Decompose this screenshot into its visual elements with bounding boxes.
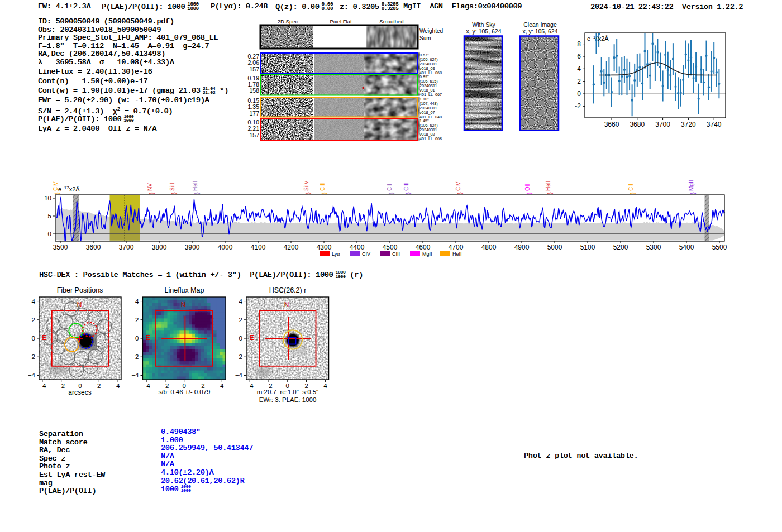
svg-text:10: 10 <box>44 195 51 202</box>
svg-text:2: 2 <box>201 382 204 389</box>
svg-text:SiIV: SiIV <box>303 180 309 191</box>
svg-text:CII: CII <box>387 184 393 191</box>
svg-text:E: E <box>146 334 150 342</box>
svg-text:−2: −2 <box>28 353 35 360</box>
svg-text:−2: −2 <box>265 382 272 389</box>
svg-text:3720: 3720 <box>681 121 696 128</box>
svg-text:0: 0 <box>48 231 51 237</box>
svg-text:−4: −4 <box>28 372 36 378</box>
svg-text:3900: 3900 <box>185 243 200 251</box>
svg-text:{: { <box>171 192 178 194</box>
svg-text:Lyα: Lyα <box>332 251 340 257</box>
svg-text:−4: −4 <box>39 382 46 389</box>
svg-text:OII: OII <box>524 184 531 191</box>
svg-text:0: 0 <box>182 382 185 389</box>
svg-text:{: { <box>389 192 395 194</box>
svg-text:E: E <box>42 334 46 342</box>
svg-text:{: { <box>194 192 201 194</box>
svg-text:N: N <box>77 301 82 309</box>
svg-text:CIV: CIV <box>362 251 370 257</box>
svg-text:4700: 4700 <box>449 243 464 251</box>
svg-text:4900: 4900 <box>514 243 530 251</box>
svg-text:e−17x2Å: e−17x2Å <box>58 185 80 193</box>
svg-text:CIII: CIII <box>403 182 409 191</box>
svg-text:MgII: MgII <box>688 180 694 191</box>
svg-text:4: 4 <box>323 382 327 389</box>
svg-text:−2: −2 <box>235 353 242 360</box>
svg-text:{: { <box>547 192 554 194</box>
svg-text:4: 4 <box>577 65 581 73</box>
svg-text:{: { <box>322 192 328 194</box>
svg-text:5: 5 <box>48 213 51 219</box>
svg-text:3680: 3680 <box>630 121 645 128</box>
svg-text:4: 4 <box>220 382 224 389</box>
svg-text:3800: 3800 <box>152 243 167 251</box>
svg-text:−4: −4 <box>246 382 254 389</box>
svg-text:5300: 5300 <box>646 243 661 251</box>
svg-text:−2: −2 <box>575 102 581 110</box>
svg-text:4400: 4400 <box>350 243 365 251</box>
svg-text:3660: 3660 <box>604 121 619 128</box>
svg-text:4: 4 <box>116 382 120 389</box>
svg-text:0: 0 <box>32 335 35 342</box>
svg-text:{: { <box>690 192 697 194</box>
svg-text:−4: −4 <box>143 382 151 389</box>
svg-text:5500: 5500 <box>712 243 727 251</box>
svg-text:{: { <box>55 192 61 194</box>
svg-text:N: N <box>181 301 186 309</box>
svg-text:4000: 4000 <box>218 243 233 251</box>
svg-text:CIV: CIV <box>455 181 461 191</box>
svg-text:{: { <box>457 192 464 194</box>
svg-text:MgII: MgII <box>422 251 432 257</box>
svg-text:5000: 5000 <box>547 243 562 251</box>
svg-text:CIII: CIII <box>392 251 400 257</box>
svg-text:HeII: HeII <box>545 181 551 191</box>
svg-text:−4: −4 <box>131 372 139 378</box>
svg-text:4: 4 <box>32 298 36 305</box>
svg-text:{: { <box>149 192 156 194</box>
svg-text:3700: 3700 <box>655 121 670 128</box>
svg-text:−2: −2 <box>131 353 139 360</box>
svg-text:5200: 5200 <box>613 243 628 251</box>
svg-text:2: 2 <box>304 382 308 389</box>
svg-text:5100: 5100 <box>580 243 595 251</box>
svg-text:SiII: SiII <box>169 183 175 191</box>
svg-text:4300: 4300 <box>317 243 332 251</box>
svg-text:CIII: CIII <box>320 182 326 191</box>
svg-text:HeII: HeII <box>452 251 462 257</box>
svg-text:4800: 4800 <box>481 243 497 251</box>
svg-text:4200: 4200 <box>284 243 299 251</box>
svg-text:e−17x2Å: e−17x2Å <box>587 35 609 42</box>
svg-text:CII: CII <box>628 184 634 191</box>
svg-text:8: 8 <box>577 40 581 48</box>
svg-text:4100: 4100 <box>251 243 266 251</box>
svg-text:{: { <box>306 192 312 194</box>
svg-text:2: 2 <box>97 382 101 389</box>
svg-text:E: E <box>250 334 254 342</box>
svg-text:2: 2 <box>577 78 581 85</box>
svg-text:4500: 4500 <box>383 243 398 251</box>
svg-text:CIV: CIV <box>53 181 59 191</box>
svg-text:N: N <box>284 301 289 309</box>
svg-text:4: 4 <box>239 298 243 305</box>
svg-text:3500: 3500 <box>53 243 68 251</box>
svg-text:6: 6 <box>577 52 581 60</box>
svg-text:3740: 3740 <box>707 121 722 128</box>
svg-text:HeII: HeII <box>192 181 198 191</box>
svg-text:2: 2 <box>32 317 35 323</box>
svg-text:0: 0 <box>286 382 289 389</box>
svg-text:3700: 3700 <box>119 243 134 251</box>
svg-text:{: { <box>406 192 412 194</box>
svg-text:−2: −2 <box>58 382 65 389</box>
svg-text:−4: −4 <box>235 372 243 378</box>
svg-text:0: 0 <box>135 335 139 342</box>
svg-text:−2: −2 <box>161 382 169 389</box>
svg-text:5400: 5400 <box>679 243 694 251</box>
svg-text:4600: 4600 <box>416 243 431 251</box>
svg-text:0: 0 <box>577 90 581 98</box>
svg-text:0: 0 <box>78 382 82 389</box>
svg-text:3600: 3600 <box>86 243 101 251</box>
svg-text:2: 2 <box>135 317 139 323</box>
svg-text:{: { <box>630 192 637 194</box>
svg-text:2: 2 <box>239 317 242 323</box>
